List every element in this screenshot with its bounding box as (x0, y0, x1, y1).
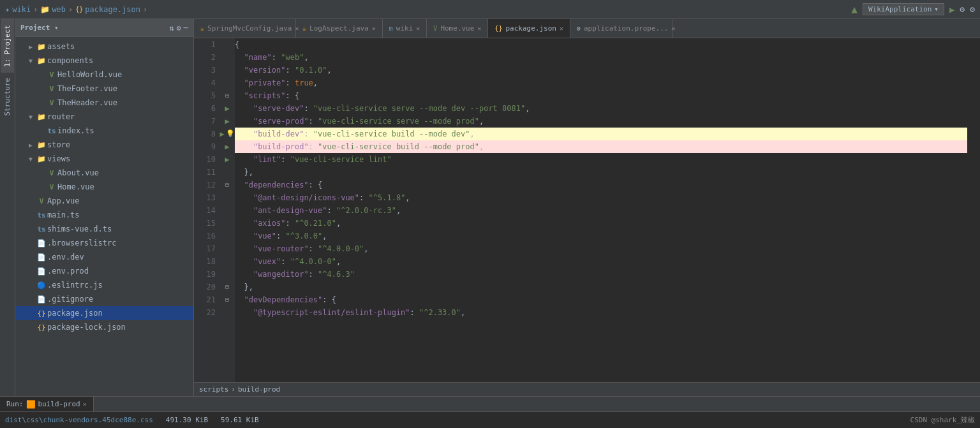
line-numbers: 1 2 3 4 5 6 7 8 9 10 11 12 13 14 15 16 1 (194, 38, 219, 382)
fold-icon-21[interactable]: ⊟ (225, 293, 229, 306)
editor-content[interactable]: 1 2 3 4 5 6 7 8 9 10 11 12 13 14 15 16 1 (194, 38, 980, 382)
tree-item-thefooter[interactable]: V TheFooter.vue (15, 82, 193, 96)
editor-tabs: ☕ SpringMvcConfig.java ✕ ☕ LogAspect.jav… (194, 19, 980, 38)
run-arrow-8[interactable]: ▶💡 (219, 128, 234, 140)
code-line-19: "wangeditor": "^4.6.3" (235, 268, 967, 281)
json-icon: {} (36, 323, 47, 332)
folder-icon: 📁 (36, 155, 47, 163)
sidebar-tools: ⇅ ⚙ ─ (169, 24, 188, 33)
tree-item-assets[interactable]: ▶ 📁 assets (15, 40, 193, 54)
tab-close-icon[interactable]: ✕ (671, 25, 675, 32)
fold-icon-5[interactable]: ⊟ (225, 89, 229, 102)
tab-home-vue[interactable]: V Home.vue ✕ (427, 19, 488, 38)
minimize-sidebar-icon[interactable]: ─ (184, 24, 188, 33)
tree-item-env-dev[interactable]: 📄 .env.dev (15, 250, 193, 264)
structure-tab[interactable]: Structure (1, 72, 14, 121)
settings-icon[interactable]: ⚙ (960, 4, 965, 14)
tab-application-props[interactable]: ⚙ application.prope... ✕ (570, 19, 672, 38)
bottom-tabs: Run: 🟧 build-prod ✕ (0, 397, 980, 412)
settings-sidebar-icon[interactable]: ⚙ (177, 24, 181, 33)
file-icon: 📄 (36, 253, 47, 262)
tree-item-gitignore[interactable]: 📄 .gitignore (15, 292, 193, 306)
tab-package-json[interactable]: {} package.json ✕ (488, 19, 570, 38)
folder-icon: 📁 (36, 113, 47, 121)
toolbar-icon[interactable]: ⚙ (970, 4, 975, 14)
project-tab[interactable]: 1: Project (1, 19, 14, 72)
fold-icon-20[interactable]: ⊟ (225, 281, 229, 293)
tab-springmvcconfig[interactable]: ☕ SpringMvcConfig.java ✕ (194, 19, 296, 38)
code-line-14: "ant-design-vue": "^2.0.0-rc.3", (235, 204, 967, 217)
tree-item-browserslistrc[interactable]: 📄 .browserslistrc (15, 236, 193, 250)
tree-item-components[interactable]: ▼ 📁 components (15, 54, 193, 68)
code-line-15: "axios": "^0.21.0", (235, 217, 967, 230)
run-arrow-7[interactable]: ▶ (225, 115, 229, 128)
tree-item-store[interactable]: ▶ 📁 store (15, 138, 193, 152)
breadcrumb-wiki[interactable]: wiki (12, 5, 31, 14)
code-line-5: "scripts": { (235, 89, 967, 102)
close-run-tab-icon[interactable]: ✕ (83, 401, 87, 408)
editor-area: ☕ SpringMvcConfig.java ✕ ☕ LogAspect.jav… (194, 19, 980, 396)
folder-icon: 📁 (36, 57, 47, 65)
run-arrow-10[interactable]: ▶ (225, 153, 229, 166)
tree-item-package-json[interactable]: {} package.json (15, 306, 193, 320)
code-line-17: "vue-router": "^4.0.0-0", (235, 242, 967, 255)
code-line-13: "@ant-design/icons-vue": "^5.1.8", (235, 191, 967, 204)
tree-item-package-lock-json[interactable]: {} package-lock.json (15, 320, 193, 334)
run-button[interactable]: ▶ (949, 4, 954, 15)
run-arrow-6[interactable]: ▶ (225, 102, 229, 115)
tree-item-helloworld[interactable]: V HelloWorld.vue (15, 68, 193, 82)
tab-close-icon[interactable]: ✕ (372, 25, 376, 32)
fold-icon-12[interactable]: ⊟ (225, 179, 229, 191)
tree-item-main-ts[interactable]: ts main.ts (15, 208, 193, 222)
tree-item-eslintrc[interactable]: 🔵 .eslintrc.js (15, 278, 193, 292)
code-line-10: "lint": "vue-cli-service lint" (235, 153, 967, 166)
bottom-size1: 491.30 KiB (166, 416, 208, 424)
tab-close-icon[interactable]: ✕ (560, 25, 563, 32)
tree-item-home-vue[interactable]: V Home.vue (15, 180, 193, 194)
tree-item-router[interactable]: ▼ 📁 router (15, 110, 193, 124)
tab-wiki[interactable]: m wiki ✕ (383, 19, 427, 38)
tree-item-theheader[interactable]: V TheHeader.vue (15, 96, 193, 110)
file-icon: 📄 (36, 239, 47, 247)
tab-close-icon[interactable]: ✕ (416, 25, 420, 32)
tree-item-views[interactable]: ▼ 📁 views (15, 152, 193, 166)
top-bar: ✦ wiki › 📁 web › {} package.json › ▲ Wik… (0, 0, 980, 19)
bottom-file-path: dist\css\chunk-vendors.45dce88e.css (5, 416, 153, 424)
code-line-9: "build-prod": "vue-cli-service build --m… (235, 140, 967, 153)
tree-item-about[interactable]: V About.vue (15, 166, 193, 180)
code-line-18: "vuex": "^4.0.0-0", (235, 255, 967, 268)
run-arrow-9[interactable]: ▶ (225, 140, 229, 153)
top-bar-right: ▲ WikiApplication ▾ ▶ ⚙ ⚙ (851, 3, 975, 15)
folder-icon: 📁 (36, 43, 47, 51)
vue-icon: V (46, 71, 57, 79)
vue-icon: V (46, 99, 57, 107)
collapse-all-icon[interactable]: ⇅ (169, 24, 174, 33)
tree-item-shims[interactable]: ts shims-vue.d.ts (15, 222, 193, 236)
json-icon: {} (36, 309, 47, 318)
tab-close-icon[interactable]: ✕ (477, 25, 481, 32)
vue-icon: V (46, 169, 57, 177)
tree-item-app-vue[interactable]: V App.vue (15, 194, 193, 208)
bottom-content: dist\css\chunk-vendors.45dce88e.css 491.… (0, 412, 980, 428)
code-line-16: "vue": "^3.0.0", (235, 230, 967, 242)
file-tree-sidebar: Project ▾ ⇅ ⚙ ─ ▶ 📁 assets ▼ 📁 component… (15, 19, 194, 396)
sidebar-title: Project ▾ (20, 24, 169, 32)
run-config-selector[interactable]: WikiApplication ▾ (863, 3, 944, 15)
wiki-icon: ✦ (5, 5, 10, 14)
code-lines: { "name": "web", "version": "0.1.0", "pr… (235, 38, 980, 382)
code-line-22: "@typescript-eslint/eslint-plugin": "^2.… (235, 306, 967, 319)
file-icon: 📄 (36, 295, 47, 304)
ts-icon: ts (36, 211, 47, 219)
code-area: 1 2 3 4 5 6 7 8 9 10 11 12 13 14 15 16 1 (194, 38, 980, 382)
up-arrow-icon: ▲ (851, 3, 858, 15)
bottom-size2: 59.61 KiB (221, 416, 259, 424)
tab-logaspect[interactable]: ☕ LogAspect.java ✕ (296, 19, 383, 38)
bottom-tab-run[interactable]: Run: 🟧 build-prod ✕ (0, 397, 94, 411)
bulb-icon[interactable]: 💡 (226, 128, 235, 140)
code-line-11: }, (235, 166, 967, 179)
code-line-7: "serve-prod": "vue-cli-service serve --m… (235, 115, 967, 128)
tree-item-index-ts[interactable]: ts index.ts (15, 124, 193, 138)
tree-item-env-prod[interactable]: 📄 .env.prod (15, 264, 193, 278)
vue-icon: V (46, 183, 57, 191)
breadcrumb: ✦ wiki › 📁 web › {} package.json › (5, 5, 147, 14)
